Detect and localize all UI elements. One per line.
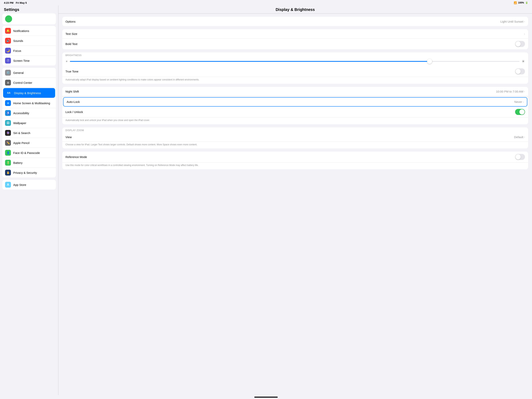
sounds-icon: 🔊 — [5, 38, 11, 44]
bold-text-row[interactable]: Bold Text — [62, 39, 528, 49]
auto-lock-label: Auto-Lock — [67, 100, 80, 103]
apple-pencil-icon: ✏️ — [5, 140, 11, 146]
sidebar-group-top: 🔔 Notifications 🔊 Sounds 🌙 Focus ⏱ — [2, 26, 56, 65]
options-row[interactable]: Options Light Until Sunset › — [62, 17, 528, 26]
battery-percent: 100% — [518, 1, 524, 4]
auto-lock-chevron: › — [523, 100, 524, 103]
notifications-icon: 🔔 — [5, 28, 11, 34]
sidebar-item-battery[interactable]: 🔋 Battery — [2, 158, 56, 168]
sidebar-item-privacy-security[interactable]: ✋ Privacy & Security — [2, 168, 56, 178]
face-id-icon: 👤 — [5, 150, 11, 156]
sidebar-label-accessibility: Accessibility — [13, 111, 29, 115]
sidebar-item-focus[interactable]: 🌙 Focus — [2, 46, 56, 56]
sidebar-item-sounds[interactable]: 🔊 Sounds — [2, 36, 56, 46]
bold-text-toggle[interactable] — [515, 41, 525, 47]
sidebar-label-home-screen: Home Screen & Multitasking — [13, 102, 50, 105]
lock-group: Night Shift 10:00 PM to 7:00 AM › Auto-L… — [62, 87, 528, 124]
focus-icon: 🌙 — [5, 48, 11, 54]
sidebar-item-face-id[interactable]: 👤 Face ID & Passcode — [2, 148, 56, 158]
true-tone-toggle[interactable] — [515, 68, 525, 74]
home-indicator — [0, 395, 532, 399]
brightness-high-icon: ☀ — [521, 59, 525, 64]
sidebar-group-bottom: A App Store — [2, 180, 56, 190]
sidebar-label-face-id: Face ID & Passcode — [13, 151, 40, 154]
true-tone-description: Automatically adapt iPad display based o… — [62, 77, 528, 84]
sidebar-item-notifications[interactable]: 🔔 Notifications — [2, 26, 56, 36]
lock-description: Automatically lock and unlock your iPad … — [62, 117, 528, 124]
reference-mode-thumb — [515, 154, 521, 160]
slider-fill — [70, 61, 430, 62]
sidebar-item-siri-search[interactable]: 🔮 Siri & Search — [2, 128, 56, 138]
view-value: Default › — [514, 135, 525, 139]
view-label: View — [65, 135, 72, 139]
true-tone-label: True Tone — [65, 70, 78, 73]
battery-menu-icon: 🔋 — [5, 160, 11, 166]
view-chevron: › — [524, 135, 525, 139]
text-size-row[interactable]: Text Size › — [62, 29, 528, 39]
reference-mode-label: Reference Mode — [65, 155, 87, 159]
auto-lock-value: Never › — [514, 100, 524, 103]
true-tone-row[interactable]: True Tone — [62, 66, 528, 77]
siri-icon: 🔮 — [5, 130, 11, 136]
bold-text-thumb — [515, 41, 521, 46]
lock-unlock-toggle[interactable] — [515, 109, 525, 115]
sidebar-item-home-screen[interactable]: ⊞ Home Screen & Multitasking — [2, 98, 56, 108]
lock-unlock-row[interactable]: Lock / Unlock — [62, 107, 528, 117]
night-shift-chevron: › — [524, 90, 525, 93]
sidebar-item-general[interactable]: ⚙️ General — [2, 68, 56, 78]
view-row[interactable]: View Default › — [62, 133, 528, 142]
view-description: Choose a view for iPad. Larger Text show… — [62, 142, 528, 149]
wifi-icon: 📶 — [514, 1, 517, 4]
sidebar-item-wallpaper[interactable]: 🖼 Wallpaper — [2, 118, 56, 128]
status-bar: 4:23 PM Fri May 5 📶 100% 🔋 — [0, 0, 532, 6]
text-size-chevron: › — [524, 32, 525, 35]
sidebar-item-accessibility[interactable]: ♿ Accessibility — [2, 108, 56, 118]
status-time: 4:23 PM — [4, 1, 13, 4]
zoom-label: DISPLAY ZOOM — [62, 127, 528, 133]
bold-text-label: Bold Text — [65, 42, 77, 45]
sidebar-label-notifications: Notifications — [13, 29, 29, 32]
sidebar-item-screen-time[interactable]: ⏱ Screen Time — [2, 56, 56, 65]
profile-icon — [5, 15, 12, 22]
sidebar-item-app-store[interactable]: A App Store — [2, 180, 56, 190]
status-date: Fri May 5 — [16, 1, 27, 4]
home-bar — [254, 397, 278, 398]
accessibility-icon: ♿ — [5, 110, 11, 116]
reference-mode-toggle[interactable] — [515, 154, 525, 160]
brightness-row[interactable]: ☀ ☀ — [65, 59, 525, 64]
sidebar-label-app-store: App Store — [13, 183, 26, 187]
main-title: Display & Brightness — [58, 6, 532, 14]
slider-thumb — [427, 59, 432, 64]
sidebar-item-control-center[interactable]: ⊞ Control Center — [2, 78, 56, 88]
sidebar-label-screen-time: Screen Time — [13, 59, 30, 62]
battery-icon: 🔋 — [525, 1, 528, 4]
home-screen-icon: ⊞ — [5, 100, 11, 106]
reference-mode-row[interactable]: Reference Mode — [62, 152, 528, 162]
text-size-label: Text Size — [65, 32, 77, 35]
options-label: Options — [65, 20, 76, 23]
options-group: Options Light Until Sunset › — [62, 17, 528, 26]
main-scroll-area[interactable]: Options Light Until Sunset › Text Size ›… — [58, 14, 532, 395]
wallpaper-icon: 🖼 — [5, 120, 11, 126]
sidebar-item-profile[interactable] — [2, 13, 56, 24]
sidebar-label-control-center: Control Center — [13, 81, 32, 84]
sidebar-label-display: Display & Brightness — [14, 91, 41, 95]
app-container: Settings 🔔 Notifications 🔊 Sounds — [0, 6, 532, 395]
sidebar-label-battery: Battery — [13, 161, 23, 164]
brightness-container: ☀ ☀ — [62, 58, 528, 66]
sidebar-item-display-brightness[interactable]: AA Display & Brightness — [3, 88, 55, 98]
screen-time-icon: ⏱ — [5, 58, 11, 64]
auto-lock-row[interactable]: Auto-Lock Never › — [63, 97, 527, 107]
sidebar-group-mid: ⚙️ General ⊞ Control Center AA Display &… — [2, 68, 56, 178]
night-shift-row[interactable]: Night Shift 10:00 PM to 7:00 AM › — [62, 87, 528, 96]
sidebar-label-privacy-security: Privacy & Security — [13, 171, 37, 174]
options-value: Light Until Sunset › — [500, 20, 525, 23]
sidebar-label-siri-search: Siri & Search — [13, 131, 30, 135]
sidebar-label-general: General — [13, 71, 24, 74]
main-content: Display & Brightness Options Light Until… — [58, 6, 532, 395]
text-size-value: › — [524, 32, 525, 35]
privacy-icon: ✋ — [5, 170, 11, 175]
sidebar-item-apple-pencil[interactable]: ✏️ Apple Pencil — [2, 138, 56, 148]
brightness-slider[interactable] — [70, 61, 519, 62]
lock-unlock-label: Lock / Unlock — [65, 110, 83, 114]
